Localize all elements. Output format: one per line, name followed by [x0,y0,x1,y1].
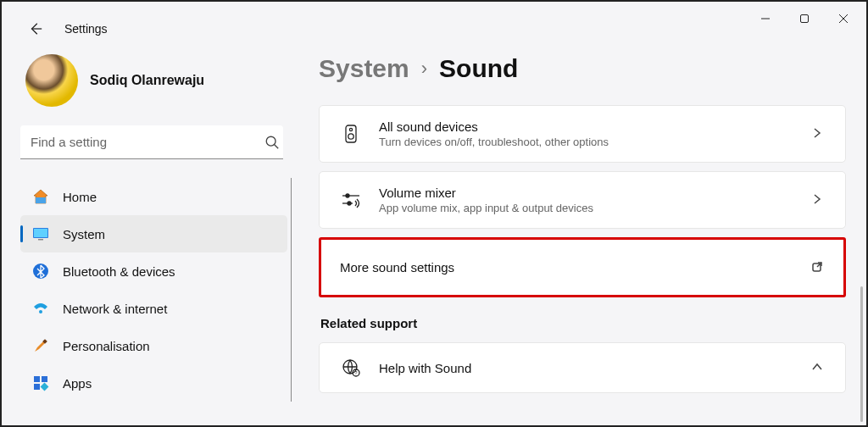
breadcrumb-parent[interactable]: System [319,54,409,83]
sidebar-item-label: Apps [63,376,92,391]
sidebar-item-label: Network & internet [63,302,167,316]
sidebar-item-label: Home [63,190,97,204]
svg-point-21 [348,134,353,139]
breadcrumb: System › Sound [319,54,846,83]
svg-text:?: ? [354,370,358,375]
svg-rect-16 [42,376,47,382]
svg-point-13 [39,310,42,313]
main-content: System › Sound All sound devices Turn de… [319,54,846,422]
paintbrush-icon [32,337,49,354]
search-input[interactable] [20,125,283,159]
wifi-icon [32,300,49,317]
svg-point-5 [266,136,275,146]
avatar [25,54,78,107]
sidebar-item-system[interactable]: System [20,215,287,252]
sidebar-item-home[interactable]: Home [20,178,287,215]
bluetooth-icon [32,263,49,280]
card-all-sound-devices[interactable]: All sound devices Turn devices on/off, t… [319,105,846,163]
card-title: More sound settings [340,260,794,274]
search-wrap [20,125,292,159]
scrollbar-thumb[interactable] [860,286,863,422]
svg-point-23 [346,194,349,197]
svg-rect-1 [801,15,809,23]
card-body: More sound settings [340,260,794,274]
card-body: All sound devices Turn devices on/off, t… [379,119,794,148]
svg-line-6 [275,145,279,149]
svg-rect-8 [36,197,46,203]
svg-rect-15 [34,376,40,382]
section-heading-related-support: Related support [320,316,846,330]
system-icon [32,225,49,242]
svg-point-20 [349,128,352,130]
maximize-button[interactable] [785,5,824,32]
card-subtitle: Turn devices on/off, troubleshoot, other… [379,136,794,148]
card-help-with-sound[interactable]: ? Help with Sound [319,342,846,393]
username: Sodiq Olanrewaju [90,73,204,88]
svg-rect-18 [41,383,49,391]
nav-list: Home System Bluetooth & devices Network … [20,178,292,402]
breadcrumb-current: Sound [439,54,518,83]
card-title: Help with Sound [379,361,794,375]
svg-point-25 [348,202,351,205]
svg-rect-10 [34,229,47,237]
card-title: Volume mixer [379,186,794,200]
sidebar-item-apps[interactable]: Apps [20,364,287,402]
external-link-icon [811,261,825,274]
card-volume-mixer[interactable]: Volume mixer App volume mix, app input &… [319,171,846,229]
sidebar: Sodiq Olanrewaju Home System Bluetooth &… [20,54,292,402]
sidebar-item-bluetooth[interactable]: Bluetooth & devices [20,252,287,290]
svg-rect-17 [34,384,40,390]
chevron-up-icon [811,361,825,374]
card-body: Volume mixer App volume mix, app input &… [379,186,794,214]
card-more-sound-settings[interactable]: More sound settings [319,237,846,297]
profile-block[interactable]: Sodiq Olanrewaju [20,54,292,107]
home-icon [32,188,49,205]
minimize-button[interactable] [746,5,785,32]
sidebar-item-label: Bluetooth & devices [63,264,175,279]
search-icon [264,135,280,150]
card-subtitle: App volume mix, app input & output devic… [379,202,794,214]
sidebar-item-label: System [63,227,105,241]
mixer-icon [340,189,362,211]
back-button[interactable] [27,20,44,37]
card-body: Help with Sound [379,361,794,375]
sidebar-item-label: Personalisation [63,339,150,353]
card-title: All sound devices [379,119,794,134]
window-controls [746,5,863,32]
sidebar-item-personalisation[interactable]: Personalisation [20,327,287,364]
close-button[interactable] [824,5,863,32]
titlebar [2,2,866,36]
header: Settings [27,20,108,37]
apps-icon [32,374,49,391]
chevron-right-icon: › [421,58,427,80]
app-title: Settings [64,22,108,36]
chevron-right-icon [811,127,825,141]
svg-rect-11 [38,239,43,241]
sidebar-item-network[interactable]: Network & internet [20,290,287,327]
speaker-icon [340,123,362,145]
chevron-right-icon [811,193,825,207]
globe-help-icon: ? [340,357,362,379]
